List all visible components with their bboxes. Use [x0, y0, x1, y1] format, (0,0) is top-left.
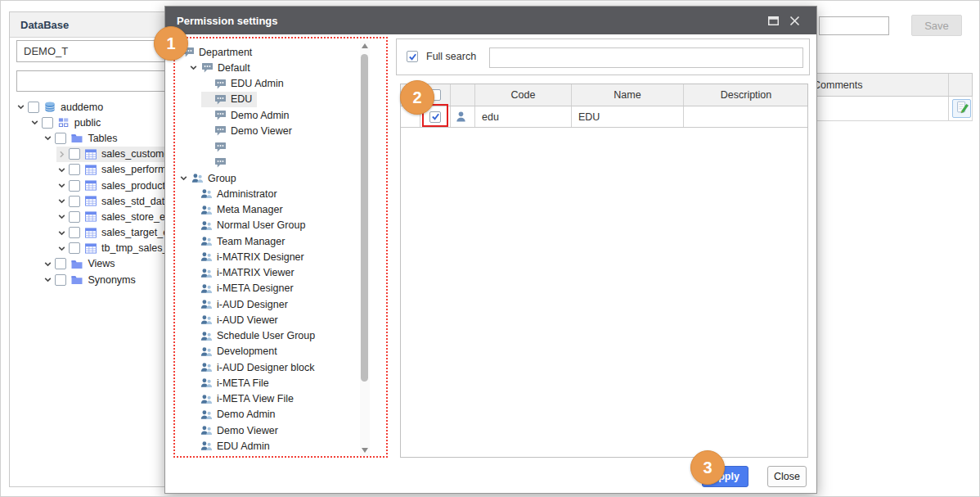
tree-node[interactable]: Tables: [43, 130, 122, 146]
tree-row[interactable]: EDU Admin: [175, 438, 388, 454]
chevron-down-icon[interactable]: [43, 133, 53, 143]
tree-node[interactable]: Meta Manager: [187, 202, 288, 218]
tree-row[interactable]: i-AUD Designer: [175, 296, 388, 312]
tree-node[interactable]: Default: [188, 60, 255, 75]
tree-row[interactable]: EDU: [175, 454, 388, 459]
chevron-right-icon[interactable]: [56, 149, 67, 160]
tree-node[interactable]: i-META View File: [187, 391, 299, 407]
tree-node[interactable]: i-META File: [187, 375, 274, 391]
tree-node[interactable]: i-AUD Designer block: [187, 359, 319, 375]
tree-row[interactable]: i-META Designer: [175, 281, 388, 296]
tree-row[interactable]: i-AUD Designer block: [175, 359, 388, 375]
tree-row[interactable]: i-MATRIX Viewer: [175, 265, 388, 281]
tree-node[interactable]: i-MATRIX Designer: [187, 249, 309, 264]
tree-node[interactable]: EDU: [201, 92, 257, 107]
close-button[interactable]: Close: [767, 466, 807, 487]
tree-row[interactable]: Team Manager: [175, 233, 388, 249]
background-text-input[interactable]: [819, 16, 889, 35]
chevron-down-icon[interactable]: [56, 165, 67, 175]
row-checkbox[interactable]: [429, 111, 441, 123]
scroll-up-icon[interactable]: [362, 43, 368, 48]
permission-search-input[interactable]: [489, 47, 803, 68]
tree-checkbox[interactable]: [55, 133, 66, 144]
tree-row[interactable]: i-META File: [175, 375, 388, 391]
full-search-checkbox[interactable]: [407, 51, 418, 62]
tree-checkbox[interactable]: [69, 164, 80, 175]
tree-node[interactable]: [201, 155, 236, 170]
tree-node[interactable]: public: [29, 115, 106, 130]
tree-row[interactable]: EDU: [175, 92, 388, 107]
tree-row[interactable]: Administrator: [175, 186, 388, 201]
chevron-down-icon[interactable]: [56, 196, 67, 206]
tree-checkbox[interactable]: [42, 117, 53, 129]
scroll-down-icon[interactable]: [362, 448, 368, 453]
tree-row[interactable]: Group: [175, 170, 388, 186]
tree-node[interactable]: EDU: [187, 454, 243, 459]
close-icon[interactable]: [784, 12, 805, 29]
tree-row[interactable]: Development: [175, 344, 388, 359]
tree-row[interactable]: [175, 155, 388, 170]
tree-row[interactable]: [175, 139, 388, 155]
tree-checkbox[interactable]: [69, 227, 80, 238]
tree-node[interactable]: i-AUD Designer: [187, 296, 293, 312]
tree-node[interactable]: Demo Viewer: [187, 422, 283, 438]
chevron-down-icon[interactable]: [178, 173, 189, 183]
tree-node[interactable]: Department: [182, 44, 257, 60]
tree-checkbox[interactable]: [28, 102, 39, 113]
tree-node[interactable]: Administrator: [187, 186, 282, 201]
tree-row[interactable]: i-MATRIX Designer: [175, 249, 388, 264]
chevron-down-icon[interactable]: [56, 243, 67, 254]
tree-scrollbar[interactable]: [360, 40, 370, 456]
tree-node[interactable]: sales_store_en: [56, 209, 176, 224]
tree-row[interactable]: Schedule User Group: [175, 328, 388, 344]
tree-node[interactable]: Team Manager: [187, 233, 290, 249]
tree-checkbox[interactable]: [69, 180, 80, 192]
tree-node[interactable]: Group: [178, 170, 241, 186]
tree-row[interactable]: Demo Viewer: [175, 123, 388, 138]
tree-checkbox[interactable]: [69, 211, 80, 223]
tree-checkbox[interactable]: [55, 258, 66, 269]
tree-row[interactable]: Default: [175, 60, 388, 75]
tree-node[interactable]: Synonyms: [43, 272, 140, 287]
tree-node[interactable]: Normal User Group: [187, 218, 310, 233]
scrollbar-thumb[interactable]: [361, 54, 368, 382]
tree-node[interactable]: sales_target_en: [56, 225, 179, 241]
tree-checkbox[interactable]: [55, 274, 66, 286]
tree-node[interactable]: auddemo: [16, 99, 108, 115]
tree-checkbox[interactable]: [69, 196, 80, 207]
tree-row[interactable]: Department: [175, 44, 388, 60]
tree-node[interactable]: Demo Admin: [187, 407, 281, 422]
tree-node[interactable]: i-AUD Viewer: [187, 312, 283, 328]
maximize-icon[interactable]: [762, 12, 784, 29]
tree-row[interactable]: Normal User Group: [175, 218, 388, 233]
tree-row[interactable]: EDU Admin: [175, 76, 388, 92]
chevron-down-icon[interactable]: [56, 211, 67, 222]
tree-row[interactable]: Meta Manager: [175, 202, 388, 218]
chevron-down-icon[interactable]: [188, 62, 199, 73]
tree-row[interactable]: i-META View File: [175, 391, 388, 407]
tree-node[interactable]: EDU Admin: [187, 438, 275, 454]
tree-node[interactable]: Schedule User Group: [187, 328, 320, 344]
save-button[interactable]: Save: [911, 15, 962, 36]
tree-row[interactable]: Demo Admin: [175, 107, 388, 123]
tree-node[interactable]: i-MATRIX Viewer: [187, 265, 299, 281]
chevron-down-icon[interactable]: [43, 274, 53, 285]
chevron-down-icon[interactable]: [56, 228, 67, 238]
tree-row[interactable]: Demo Admin: [175, 407, 388, 422]
table-row[interactable]: eduEDU: [401, 106, 807, 128]
chevron-down-icon[interactable]: [29, 117, 40, 128]
chevron-down-icon[interactable]: [56, 180, 67, 191]
tree-node[interactable]: [201, 139, 236, 155]
tree-node[interactable]: EDU Admin: [201, 76, 289, 92]
tree-node[interactable]: Demo Admin: [201, 107, 294, 123]
tree-checkbox[interactable]: [69, 242, 80, 254]
edit-row-button[interactable]: [952, 99, 971, 118]
tree-node[interactable]: Views: [43, 256, 119, 272]
tree-row[interactable]: Demo Viewer: [175, 422, 388, 438]
tree-row[interactable]: i-AUD Viewer: [175, 312, 388, 328]
chevron-down-icon[interactable]: [16, 102, 26, 112]
tree-node[interactable]: i-META Designer: [187, 281, 299, 296]
tree-checkbox[interactable]: [69, 148, 80, 160]
chevron-down-icon[interactable]: [43, 259, 53, 269]
tree-node[interactable]: Demo Viewer: [201, 123, 297, 138]
